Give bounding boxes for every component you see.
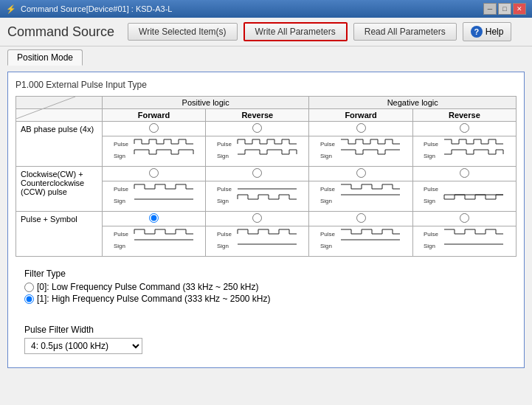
svg-text:Pulse: Pulse	[114, 141, 129, 148]
waveform-svg-ab-nf: Pulse Sign	[320, 138, 401, 165]
filter-option-0: [0]: Low Frequency Pulse Command (33 kHz…	[24, 282, 508, 292]
waveform-ab-neg-fwd: Pulse Sign	[309, 136, 412, 167]
toolbar: Command Source Write Selected Item(s) Wr…	[0, 18, 532, 46]
table-row-cw: Clockwise(CW) + Counterclockwise (CCW) p…	[16, 167, 517, 181]
waveform-cw-pos-fwd: Pulse Sign	[102, 181, 205, 212]
svg-text:Sign: Sign	[320, 153, 332, 159]
waveform-svg-cw-nf: Pulse Sign	[320, 183, 401, 210]
filter-radio-0[interactable]	[24, 283, 34, 292]
filter-label-1: [1]: High Frequency Pulse Command (333 k…	[37, 294, 270, 304]
app-title: Command Source	[7, 24, 114, 40]
pulse-table: Positive logic Negative logic Forward Re…	[15, 96, 517, 257]
filter-option-1: [1]: High Frequency Pulse Command (333 k…	[24, 294, 508, 304]
radio-ab-neg-fwd[interactable]	[309, 122, 412, 136]
reverse-header-2: Reverse	[412, 109, 516, 122]
svg-text:Pulse: Pulse	[217, 186, 232, 193]
waveform-svg-ab-pr: Pulse Sign	[217, 138, 298, 165]
svg-text:Sign: Sign	[424, 153, 435, 159]
help-button[interactable]: ? Help	[463, 22, 512, 41]
window-title: Command Source[Device#01] : KSD-A3-L	[21, 4, 172, 13]
filter-title: Filter Type	[24, 269, 508, 279]
forward-header-1: Forward	[102, 109, 205, 122]
forward-header-2: Forward	[309, 109, 412, 122]
waveform-ab-pos-rev: Pulse Sign	[206, 136, 309, 167]
table-row: AB phase pulse (4x)	[16, 122, 517, 136]
main-content: P1.000 External Pulse Input Type Positiv…	[0, 66, 532, 374]
waveform-svg-ab-nr: Pulse Sign	[424, 138, 505, 165]
close-button[interactable]: ✕	[513, 3, 526, 15]
radio-ab-pos-fwd[interactable]	[102, 122, 205, 136]
waveform-svg-pulse-pf: Pulse Sign	[114, 228, 195, 255]
waveform-cw-pos-rev: Pulse Sign	[206, 181, 309, 212]
svg-text:Pulse: Pulse	[424, 231, 439, 238]
svg-text:Pulse: Pulse	[424, 141, 439, 148]
waveform-svg-cw-pf: Pulse Sign	[114, 183, 195, 210]
svg-text:Pulse: Pulse	[217, 231, 232, 238]
pulse-filter-title: Pulse Filter Width	[24, 325, 508, 335]
waveform-ab-pos-fwd: Pulse Sign	[102, 136, 205, 167]
app-icon: ⚡	[6, 4, 16, 14]
write-all-button[interactable]: Write All Parameters	[243, 22, 348, 41]
waveform-pulse-neg-rev: Pulse Sign	[412, 226, 516, 257]
radio-ab-pos-rev[interactable]	[206, 122, 309, 136]
svg-text:Pulse: Pulse	[320, 186, 336, 193]
waveform-cw-neg-fwd: Pulse Sign	[309, 181, 412, 212]
help-icon: ?	[471, 26, 483, 38]
svg-text:Sign: Sign	[320, 198, 332, 204]
svg-text:Sign: Sign	[217, 153, 229, 159]
waveform-pulse-neg-fwd: Pulse Sign	[309, 226, 412, 257]
pulse-filter-section: Pulse Filter Width 4: 0.5μs (1000 kHz)3:…	[15, 319, 517, 360]
svg-line-0	[16, 97, 75, 119]
minimize-button[interactable]: ─	[483, 3, 497, 15]
parameter-panel: P1.000 External Pulse Input Type Positiv…	[7, 72, 525, 368]
pulse-filter-select[interactable]: 4: 0.5μs (1000 kHz)3: 1μs (500 kHz)2: 2μ…	[24, 338, 142, 354]
svg-text:Sign: Sign	[217, 198, 229, 204]
waveform-ab-neg-rev: Pulse Sign	[412, 136, 516, 167]
waveform-svg-pulse-pr: Pulse Sign	[217, 228, 298, 255]
waveform-pulse-pos-fwd: Pulse Sign	[102, 226, 205, 257]
tab-position-mode[interactable]: Position Mode	[7, 49, 83, 66]
waveform-svg-pulse-nf: Pulse Sign	[320, 228, 401, 255]
title-bar: ⚡ Command Source[Device#01] : KSD-A3-L ─…	[0, 0, 532, 18]
row-label-ab: AB phase pulse (4x)	[16, 122, 103, 167]
filter-label-0: [0]: Low Frequency Pulse Command (33 kHz…	[37, 282, 258, 292]
svg-text:Sign: Sign	[114, 198, 125, 204]
waveform-pulse-pos-rev: Pulse Sign	[206, 226, 309, 257]
waveform-cw-neg-rev: Pulse Sign	[412, 181, 516, 212]
svg-text:Sign: Sign	[424, 198, 435, 204]
row-label-cw: Clockwise(CW) + Counterclockwise (CCW) p…	[16, 167, 103, 212]
svg-text:Sign: Sign	[424, 243, 435, 249]
read-all-button[interactable]: Read All Parameters	[353, 23, 457, 41]
negative-logic-header: Negative logic	[309, 97, 517, 109]
tabs-bar: Position Mode	[0, 46, 532, 66]
radio-ab-neg-rev[interactable]	[412, 122, 516, 136]
svg-text:Pulse: Pulse	[114, 186, 129, 193]
svg-text:Pulse: Pulse	[114, 231, 129, 238]
svg-text:Pulse: Pulse	[217, 141, 232, 148]
maximize-button[interactable]: □	[498, 3, 511, 15]
svg-text:Sign: Sign	[114, 153, 125, 159]
waveform-svg-ab-pf: Pulse Sign	[114, 138, 195, 165]
waveform-svg-cw-pr: Pulse Sign	[217, 183, 298, 210]
write-selected-button[interactable]: Write Selected Item(s)	[128, 23, 237, 41]
svg-text:Pulse: Pulse	[320, 141, 336, 148]
positive-logic-header: Positive logic	[102, 97, 309, 109]
reverse-header-1: Reverse	[206, 109, 309, 122]
table-row-pulse: Pulse + Symbol	[16, 212, 517, 226]
svg-text:Sign: Sign	[320, 243, 332, 249]
svg-text:Sign: Sign	[217, 243, 229, 249]
svg-text:Pulse: Pulse	[424, 186, 439, 193]
filter-radio-1[interactable]	[24, 294, 34, 304]
row-label-pulse: Pulse + Symbol	[16, 212, 103, 257]
panel-title: P1.000 External Pulse Input Type	[15, 80, 517, 90]
filter-section: Filter Type [0]: Low Frequency Pulse Com…	[15, 263, 517, 311]
svg-text:Pulse: Pulse	[320, 231, 336, 238]
waveform-svg-cw-nr: Pulse Sign	[424, 183, 505, 210]
svg-text:Sign: Sign	[114, 243, 125, 249]
waveform-svg-pulse-nr: Pulse Sign	[424, 228, 505, 255]
